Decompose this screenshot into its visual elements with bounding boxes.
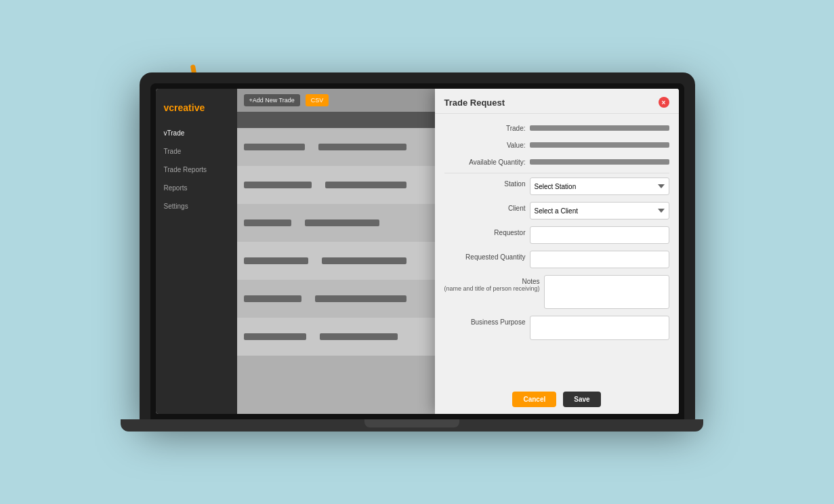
logo: vcreative [156,97,237,124]
client-field-row: Client Select a Client Client 1 [444,202,669,219]
business-purpose-field-row: Business Purpose [444,316,669,340]
trade-field-row: Trade: [444,122,669,132]
trade-request-modal: Trade Request × Trade: [435,89,679,414]
scene: vcreative vTrade Trade Trade Reports Rep… [79,22,756,482]
notes-label: Notes [444,278,540,285]
requested-qty-field-row: Requested Quantity [444,251,669,268]
modal-header: Trade Request × [435,89,679,114]
modal-title: Trade Request [444,98,505,108]
modal-footer: Cancel Save [435,385,679,414]
modal-close-button[interactable]: × [659,97,669,108]
laptop-base [121,419,703,432]
sidebar-item-vtrade[interactable]: vTrade [156,124,237,142]
cancel-button[interactable]: Cancel [512,392,556,407]
available-qty-field-row: Available Quantity: [444,156,669,166]
client-select[interactable]: Select a Client Client 1 [530,202,669,219]
requestor-label: Requestor [444,226,526,236]
requestor-input[interactable] [530,226,669,244]
station-label: Station [444,177,526,188]
logo-text: creative [169,102,205,113]
sidebar: vcreative vTrade Trade Trade Reports Rep… [156,89,237,414]
business-purpose-label: Business Purpose [444,316,526,326]
value-field-row: Value: [444,139,669,149]
requested-qty-input[interactable] [530,251,669,268]
sidebar-item-settings[interactable]: Settings [156,197,237,215]
trade-label: Trade: [444,122,526,132]
trade-value-bar [530,125,669,131]
available-qty-value-bar [530,159,669,165]
modal-overlay: Trade Request × Trade: [237,89,679,414]
available-qty-label: Available Quantity: [444,156,526,166]
main-content: +Add New Trade CSV [237,89,679,414]
value-label: Value: [444,139,526,149]
requestor-field-row: Requestor [444,226,669,244]
value-value-bar [530,142,669,148]
screen: vcreative vTrade Trade Trade Reports Rep… [156,89,679,414]
sidebar-item-trade-reports[interactable]: Trade Reports [156,161,237,179]
notes-field-row: Notes (name and title of person receivin… [444,275,669,309]
station-field-row: Station Select Station Station 1 Station… [444,177,669,195]
notes-sublabel: (name and title of person receiving) [444,285,540,293]
divider [444,173,669,173]
sidebar-item-reports[interactable]: Reports [156,179,237,197]
client-label: Client [444,202,526,212]
station-select[interactable]: Select Station Station 1 Station 2 [530,177,669,195]
laptop-body: vcreative vTrade Trade Trade Reports Rep… [140,72,695,419]
requested-qty-label: Requested Quantity [444,251,526,261]
sidebar-item-trade[interactable]: Trade [156,142,237,161]
save-button[interactable]: Save [563,392,600,407]
notes-textarea[interactable] [544,275,669,309]
screen-bezel: vcreative vTrade Trade Trade Reports Rep… [150,83,684,419]
business-purpose-textarea[interactable] [530,316,669,340]
modal-body: Trade: Value: [435,114,679,385]
